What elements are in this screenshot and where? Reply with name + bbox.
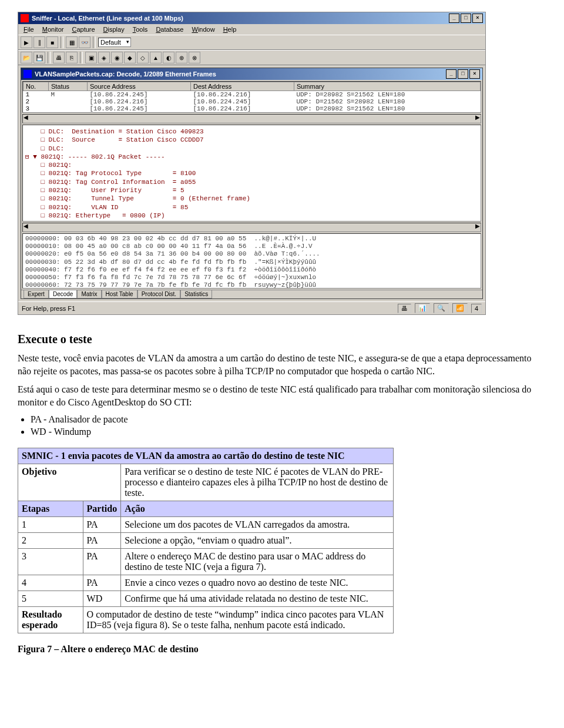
objective-row: Objetivo Para verificar se o destino de … bbox=[18, 464, 394, 501]
col-summary[interactable]: Summary bbox=[294, 82, 480, 91]
step-number: 3 bbox=[18, 549, 83, 575]
sub-close-button[interactable]: × bbox=[469, 69, 480, 79]
packet-row[interactable]: 3 [10.86.224.245] [10.86.224.216] UDP: D… bbox=[24, 105, 481, 112]
status-icon: 🖶 bbox=[398, 304, 411, 313]
packet-list-pane[interactable]: No. Status Source Address Dest Address S… bbox=[22, 81, 481, 113]
cell: 3 bbox=[24, 105, 49, 112]
cell: UDP: D=28982 S=21562 LEN=180 bbox=[294, 91, 480, 99]
table-row: 2 PA Selecione a opção, “enviam o quadro… bbox=[18, 533, 394, 549]
decode-tree-pane[interactable]: □ DLC: Destination = Station Cisco 40982… bbox=[22, 125, 481, 222]
objective-text: Para verificar se o destino de teste NIC… bbox=[121, 464, 394, 501]
tool-icon[interactable]: ◐ bbox=[163, 52, 174, 63]
cell: M bbox=[48, 91, 87, 99]
toolbar-2: 📂 💾 🖶 ⎘ ▣ ◈ ◉ ◆ ◇ ▲ ◐ ⊕ ⊗ bbox=[18, 50, 485, 65]
tool-icon[interactable]: ◆ bbox=[124, 52, 136, 63]
hex-line: 00000060: 72 73 75 79 77 79 7e 7a 7b fe … bbox=[25, 281, 478, 288]
table-row: 1 PA Selecione um dos pacotes de VLAN ca… bbox=[18, 517, 394, 533]
tab-expert[interactable]: Expert bbox=[24, 290, 49, 298]
paragraph: Está aqui o caso de teste para determina… bbox=[18, 383, 546, 408]
app-title: Sniffer - Local, Ethernet (Line speed at… bbox=[32, 15, 183, 22]
horizontal-scrollbar[interactable] bbox=[22, 114, 481, 123]
hex-line: 00000040: f7 f2 f6 f0 ee ef f4 f4 f2 ee … bbox=[25, 266, 478, 274]
decode-line: □ 8021Q: Tunnel Type = 0 (Ethernet frame… bbox=[25, 194, 478, 203]
maximize-button[interactable]: □ bbox=[461, 14, 471, 23]
save-icon[interactable]: 💾 bbox=[33, 52, 45, 63]
sub-maximize-button[interactable]: □ bbox=[458, 69, 468, 79]
figure-caption: Figura 7 – Altere o endereço MAC de dest… bbox=[18, 644, 546, 655]
chart-icon[interactable]: ▦ bbox=[66, 36, 78, 48]
pause-icon[interactable]: ‖ bbox=[33, 36, 45, 48]
open-icon[interactable]: 📂 bbox=[21, 52, 32, 63]
status-icon: 🔍 bbox=[434, 303, 449, 313]
play-icon[interactable]: ▶ bbox=[21, 36, 32, 48]
menu-display[interactable]: Display bbox=[100, 25, 127, 33]
tab-decode[interactable]: Decode bbox=[49, 290, 77, 298]
hex-line: 00000030: 05 22 3d 4b df 80 d7 dd cc 4b … bbox=[25, 259, 478, 266]
col-source[interactable]: Source Address bbox=[88, 82, 191, 91]
print-icon[interactable]: 🖶 bbox=[53, 52, 65, 63]
tool-icon[interactable]: ⊕ bbox=[176, 52, 187, 63]
statusbar: For Help, press F1 🖶 📊 🔍 📶 4 bbox=[18, 301, 485, 314]
tab-matrix[interactable]: Matrix bbox=[77, 290, 101, 298]
menu-database[interactable]: Database bbox=[153, 25, 186, 33]
status-text: For Help, press F1 bbox=[22, 305, 75, 312]
step-number: 5 bbox=[18, 591, 83, 607]
step-party: PA bbox=[83, 575, 121, 591]
tool-icon[interactable]: ⊗ bbox=[189, 52, 200, 63]
copy-icon[interactable]: ⎘ bbox=[66, 52, 78, 63]
hex-line: 00000050: f7 f3 f6 fa f8 fd 7c 7e 7d 78 … bbox=[25, 274, 478, 281]
menu-tools[interactable]: Tools bbox=[130, 25, 151, 33]
menu-capture[interactable]: Capture bbox=[69, 25, 98, 33]
sub-minimize-button[interactable]: _ bbox=[446, 69, 456, 79]
decode-line: □ DLC: bbox=[25, 145, 478, 153]
app-icon bbox=[21, 14, 29, 22]
tool-icon[interactable]: ▣ bbox=[85, 52, 97, 63]
decode-line: □ 8021Q: Ethertype = 0800 (IP) bbox=[25, 212, 478, 220]
separator bbox=[61, 36, 63, 48]
tab-host-table[interactable]: Host Table bbox=[102, 290, 137, 298]
close-button[interactable]: × bbox=[472, 14, 483, 23]
tab-protocol-dist[interactable]: Protocol Dist. bbox=[137, 290, 180, 298]
result-text: O computador de destino de teste “windum… bbox=[83, 607, 393, 633]
tool-icon[interactable]: ◈ bbox=[98, 52, 110, 63]
tool-icon[interactable]: ◉ bbox=[111, 52, 123, 63]
col-no[interactable]: No. bbox=[24, 82, 49, 91]
cell: [10.86.224.216] bbox=[88, 98, 191, 105]
packet-row[interactable]: 2 [10.86.224.216] [10.86.224.245] UDP: D… bbox=[24, 98, 481, 105]
profile-dropdown-value: Default bbox=[100, 39, 121, 46]
step-action: Confirme que há uma atividade relatada n… bbox=[121, 591, 394, 607]
horizontal-scrollbar[interactable] bbox=[22, 223, 481, 232]
separator bbox=[48, 52, 51, 63]
subwindow-icon bbox=[24, 70, 32, 78]
cell: 2 bbox=[24, 98, 49, 105]
minimize-button[interactable]: _ bbox=[449, 14, 459, 23]
tool-icon[interactable]: ▲ bbox=[150, 52, 162, 63]
stop-icon[interactable]: ■ bbox=[46, 36, 58, 48]
tab-statistics[interactable]: Statistics bbox=[180, 290, 212, 298]
col-status[interactable]: Status bbox=[48, 82, 87, 91]
packet-row[interactable]: 1 M [10.86.224.245] [10.86.224.216] UDP:… bbox=[24, 91, 481, 99]
cell: [10.86.224.245] bbox=[88, 105, 191, 112]
objective-label: Objetivo bbox=[18, 464, 121, 501]
menu-file[interactable]: File bbox=[21, 25, 37, 33]
paragraph: Neste teste, você envia pacotes de VLAN … bbox=[18, 352, 546, 377]
app-titlebar: Sniffer - Local, Ethernet (Line speed at… bbox=[18, 12, 485, 24]
step-number: 2 bbox=[18, 533, 83, 549]
separator bbox=[80, 52, 83, 63]
col-dest[interactable]: Dest Address bbox=[190, 82, 294, 91]
step-number: 4 bbox=[18, 575, 83, 591]
column-header-row: Etapas Partido Ação bbox=[18, 501, 394, 517]
result-label: Resultado esperado bbox=[18, 607, 83, 633]
subwindow-title: VLANSamplePackets.cap: Decode, 1/2089 Et… bbox=[35, 71, 216, 78]
menu-window[interactable]: Window bbox=[189, 25, 217, 33]
col-steps: Etapas bbox=[18, 501, 83, 517]
menu-help[interactable]: Help bbox=[220, 25, 240, 33]
binoculars-icon[interactable]: 👓 bbox=[79, 36, 90, 48]
tool-icon[interactable]: ◇ bbox=[137, 52, 149, 63]
menu-monitor[interactable]: Monitor bbox=[39, 25, 67, 33]
hex-dump-pane[interactable]: 00000000: 00 03 6b 40 98 23 00 02 4b cc … bbox=[22, 233, 481, 288]
cell: [10.86.224.216] bbox=[190, 105, 294, 112]
profile-dropdown[interactable]: Default bbox=[98, 38, 131, 47]
table-title: SMNIC - 1 envia pacotes de VLAN da amost… bbox=[18, 448, 394, 464]
decode-line: □ 8021Q: Tag Control Information = a055 bbox=[25, 178, 478, 186]
